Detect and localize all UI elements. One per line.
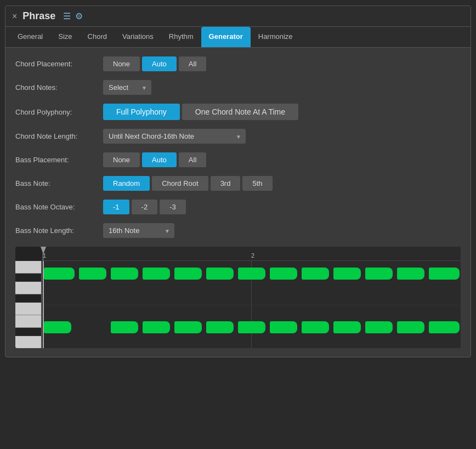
chord-note-length-row: Chord Note Length: Until Next Chord-16th… — [15, 129, 461, 144]
bass-placement-label: Bass Placement: — [15, 156, 98, 164]
tab-variations[interactable]: Variations — [115, 27, 161, 47]
tab-general[interactable]: General — [10, 27, 50, 47]
note[interactable] — [79, 268, 106, 280]
tab-rhythm[interactable]: Rhythm — [161, 27, 201, 47]
chord-notes-label: Chord Notes: — [15, 83, 98, 92]
chord-notes-select-wrap: Select All Random ▼ — [103, 80, 151, 95]
playhead — [43, 247, 43, 260]
bass-note[interactable] — [302, 321, 329, 333]
chord-placement-row: Chord Placement: None Auto All — [15, 56, 461, 71]
tab-size[interactable]: Size — [50, 27, 80, 47]
piano-roll-body — [15, 261, 461, 348]
bass-note-length-select-wrap: 16th Note 8th Note Quarter Note ▼ — [103, 223, 174, 238]
window-title: Phrase — [22, 10, 55, 22]
note[interactable] — [143, 268, 170, 280]
note[interactable] — [206, 268, 234, 280]
piano-key-white — [15, 303, 41, 315]
chord-note-length-select[interactable]: Until Next Chord-16th Note 16th Note 8th… — [103, 129, 246, 144]
bass-note[interactable] — [174, 321, 202, 333]
bass-note-5th[interactable]: 5th — [242, 176, 272, 191]
chord-placement-label: Chord Placement: — [15, 60, 98, 68]
note[interactable] — [270, 268, 297, 280]
note[interactable] — [397, 268, 424, 280]
note[interactable] — [302, 268, 329, 280]
bass-note-3rd[interactable]: 3rd — [211, 176, 241, 191]
chord-placement-all[interactable]: All — [179, 56, 206, 71]
title-bar: × Phrase ☰ ⚙ — [5, 6, 471, 27]
piano-key-black — [15, 274, 41, 281]
note[interactable] — [365, 268, 393, 280]
chord-placement-group: None Auto All — [103, 56, 206, 71]
bass-note-octave-group: -1 -2 -3 — [103, 200, 186, 214]
tab-harmonize[interactable]: Harmonize — [251, 27, 301, 47]
bass-note[interactable] — [206, 321, 234, 333]
one-chord-note-btn[interactable]: One Chord Note At A Time — [182, 104, 298, 120]
note[interactable] — [111, 268, 138, 280]
note[interactable] — [238, 268, 265, 280]
bass-note[interactable] — [365, 321, 393, 333]
full-polyphony-btn[interactable]: Full Polyphony — [103, 104, 180, 120]
piano-keys — [15, 261, 42, 348]
main-window: × Phrase ☰ ⚙ General Size Chord Variatio… — [5, 5, 471, 357]
bass-note[interactable] — [111, 321, 138, 333]
tab-bar: General Size Chord Variations Rhythm Gen… — [5, 27, 471, 48]
content-area: Chord Placement: None Auto All Chord Not… — [5, 48, 471, 357]
bass-placement-auto[interactable]: Auto — [142, 152, 177, 167]
bass-note-row: Bass Note: Random Chord Root 3rd 5th — [15, 176, 461, 191]
list-icon[interactable]: ☰ — [63, 11, 71, 21]
bass-note-length-select[interactable]: 16th Note 8th Note Quarter Note — [103, 223, 174, 238]
bass-note[interactable] — [270, 321, 297, 333]
beat-2-marker: 2 — [251, 252, 254, 259]
bass-note[interactable] — [429, 321, 460, 333]
bass-note-chord-root[interactable]: Chord Root — [152, 176, 208, 191]
notes-area[interactable] — [42, 261, 461, 348]
chord-note-length-select-wrap: Until Next Chord-16th Note 16th Note 8th… — [103, 129, 246, 144]
chord-notes-row: Chord Notes: Select All Random ▼ — [15, 80, 461, 95]
piano-key-black — [15, 294, 41, 302]
bass-placement-all[interactable]: All — [179, 152, 206, 167]
close-button[interactable]: × — [12, 12, 17, 21]
tab-generator[interactable]: Generator — [201, 27, 251, 47]
bass-note-octave-label: Bass Note Octave: — [15, 203, 98, 211]
title-icons: ☰ ⚙ — [63, 11, 83, 21]
bass-placement-row: Bass Placement: None Auto All — [15, 152, 461, 167]
piano-key-white — [15, 261, 41, 274]
note[interactable] — [333, 268, 361, 280]
bass-note[interactable] — [238, 321, 265, 333]
bass-note[interactable] — [44, 321, 71, 333]
chord-polyphony-row: Chord Polyphony: Full Polyphony One Chor… — [15, 104, 461, 120]
bass-octave-minus3[interactable]: -3 — [160, 200, 186, 214]
piano-roll-header: 1 2 — [42, 247, 461, 261]
bass-note[interactable] — [143, 321, 170, 333]
bass-note-random[interactable]: Random — [103, 176, 150, 191]
chord-notes-select[interactable]: Select All Random — [103, 80, 151, 95]
bass-note-length-label: Bass Note Length: — [15, 226, 98, 235]
bass-note-octave-row: Bass Note Octave: -1 -2 -3 — [15, 200, 461, 214]
bass-placement-none[interactable]: None — [103, 152, 140, 167]
bass-octave-minus1[interactable]: -1 — [103, 200, 129, 214]
bass-octave-minus2[interactable]: -2 — [132, 200, 158, 214]
bass-note[interactable] — [397, 321, 424, 333]
bass-note[interactable] — [333, 321, 361, 333]
notes-playhead — [43, 261, 44, 348]
piano-key-white — [15, 315, 41, 328]
grid-h1 — [42, 305, 461, 305]
chord-polyphony-group: Full Polyphony One Chord Note At A Time — [103, 104, 298, 120]
tab-chord[interactable]: Chord — [80, 27, 115, 47]
chord-placement-none[interactable]: None — [103, 56, 140, 71]
chord-polyphony-label: Chord Polyphony: — [15, 108, 98, 116]
note[interactable] — [174, 268, 202, 280]
note[interactable] — [429, 268, 460, 280]
bass-note-group: Random Chord Root 3rd 5th — [103, 176, 273, 191]
piano-key-black — [15, 328, 41, 336]
chord-note-length-label: Chord Note Length: — [15, 132, 98, 140]
chord-placement-auto[interactable]: Auto — [142, 56, 177, 71]
piano-key-white — [15, 282, 41, 294]
bass-note-length-row: Bass Note Length: 16th Note 8th Note Qua… — [15, 223, 461, 238]
bass-note-label: Bass Note: — [15, 179, 98, 187]
gear-icon[interactable]: ⚙ — [75, 11, 83, 21]
piano-roll[interactable]: 1 2 — [15, 247, 461, 348]
note[interactable] — [44, 268, 75, 280]
piano-key-white — [15, 336, 41, 348]
bass-placement-group: None Auto All — [103, 152, 206, 167]
